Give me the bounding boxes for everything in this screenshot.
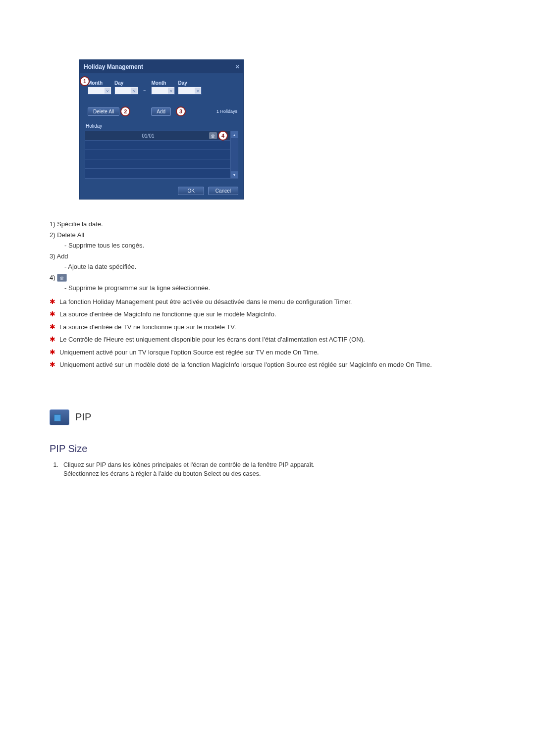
callout-1: 1 [80, 76, 90, 86]
holiday-list: 01/01 🗑 4 [85, 131, 230, 179]
desc-text: Spécifie la date. [57, 220, 103, 228]
pip-step: 1. Cliquez sur PIP dans les icônes princ… [50, 460, 485, 478]
star-icon: ✱ [50, 309, 56, 319]
dialog-title: Holiday Management [84, 63, 143, 70]
pip-section-title: PIP [75, 411, 91, 423]
select-month-start[interactable]: v [88, 87, 111, 95]
desc-text: Add [56, 252, 68, 260]
select-month-end[interactable]: v [151, 87, 175, 95]
list-column-header: Holiday [85, 123, 238, 129]
desc-sub: - Supprime tous les congés. [64, 241, 485, 251]
desc-num: 3) [50, 252, 55, 260]
select-day-end[interactable]: v [178, 87, 202, 95]
callout-4: 4 [218, 131, 228, 141]
label-day-start: Day [114, 80, 138, 86]
pip-step-number: 1. [50, 460, 58, 478]
list-item [85, 169, 230, 178]
range-separator: ~ [141, 88, 148, 95]
note-text: La source d'entrée de MagicInfo ne fonct… [59, 309, 485, 319]
delete-all-button[interactable]: Delete All [88, 107, 119, 116]
chevron-down-icon: v [105, 88, 110, 94]
star-icon: ✱ [50, 360, 56, 370]
pip-step-text: Sélectionnez les écrans à régler à l'aid… [63, 470, 261, 477]
dialog-header: Holiday Management × [80, 60, 243, 73]
trash-icon: 🗑 [57, 274, 67, 282]
holiday-date: 01/01 [87, 133, 209, 139]
add-button[interactable]: Add [151, 107, 171, 116]
list-item [85, 159, 230, 169]
description-block: 1) Spécifie la date. 2) Delete All - Sup… [50, 219, 485, 370]
callout-3: 3 [176, 106, 186, 116]
pip-step-text: Cliquez sur PIP dans les icônes principa… [63, 461, 315, 468]
holiday-management-dialog: Holiday Management × 1 Month v Day v ~ M… [79, 59, 244, 200]
label-month-start: Month [88, 80, 111, 86]
select-day-start[interactable]: v [114, 87, 138, 95]
note-text: La fonction Holiday Management peut être… [59, 297, 485, 307]
list-item [85, 150, 230, 159]
list-item[interactable]: 01/01 🗑 4 [85, 131, 230, 141]
trash-icon[interactable]: 🗑 [209, 132, 217, 139]
pip-section: PIP PIP Size 1. Cliquez sur PIP dans les… [50, 409, 485, 478]
holidays-count: 1 Holidays [216, 109, 238, 114]
chevron-down-icon: v [131, 88, 137, 94]
note-text: Uniquement activé pour un TV lorsque l'o… [59, 348, 485, 357]
list-item [85, 141, 230, 150]
cancel-button[interactable]: Cancel [208, 187, 238, 195]
close-icon[interactable]: × [235, 63, 239, 70]
pip-icon [50, 409, 69, 425]
chevron-down-icon: v [168, 88, 174, 94]
desc-sub: - Ajoute la date spécifiée. [64, 262, 485, 272]
chevron-down-icon: v [195, 88, 201, 94]
scroll-down-icon[interactable]: ▾ [231, 171, 238, 178]
desc-sub: - Supprime le programme sur la ligne sél… [64, 283, 485, 293]
desc-text: Delete All [57, 231, 84, 239]
list-scrollbar[interactable]: ▴ ▾ [230, 131, 238, 179]
date-range-row: 1 Month v Day v ~ Month v Day v [85, 80, 238, 95]
callout-2: 2 [120, 106, 130, 116]
star-icon: ✱ [50, 297, 56, 307]
ok-button[interactable]: OK [178, 187, 204, 195]
note-text: La source d'entrée de TV ne fonctionne q… [59, 322, 485, 332]
label-day-end: Day [178, 80, 202, 86]
note-text: Uniquement activé sur un modèle doté de … [59, 360, 485, 370]
desc-num: 1) [50, 220, 55, 228]
pip-subheading: PIP Size [50, 443, 485, 454]
desc-num: 4) [50, 274, 55, 281]
label-month-end: Month [151, 80, 175, 86]
star-icon: ✱ [50, 335, 56, 345]
star-icon: ✱ [50, 322, 56, 332]
note-text: Le Contrôle de l'Heure est uniquement di… [59, 335, 485, 345]
scroll-up-icon[interactable]: ▴ [231, 131, 238, 138]
desc-num: 2) [50, 231, 55, 239]
star-icon: ✱ [50, 348, 56, 357]
